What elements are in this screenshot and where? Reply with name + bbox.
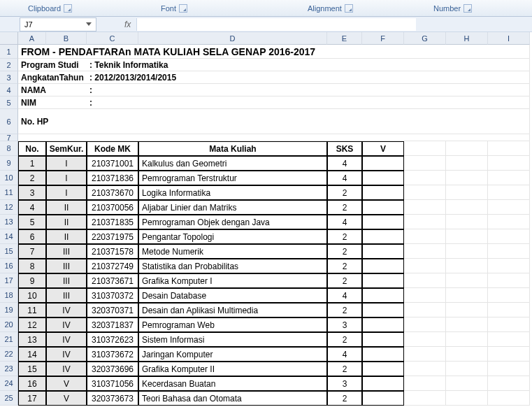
cell[interactable] <box>446 273 488 288</box>
cell[interactable] <box>404 215 446 229</box>
cell-kode[interactable]: 210371578 <box>87 244 138 259</box>
cell-sem[interactable]: I <box>46 185 87 200</box>
cell-no[interactable]: 3 <box>18 185 46 200</box>
cell-sem[interactable]: III <box>46 244 87 259</box>
cell-v[interactable] <box>362 347 404 362</box>
cell-sem[interactable]: I <box>46 171 87 185</box>
cell[interactable] <box>404 141 446 156</box>
cell-mk[interactable]: Grafika Komputer II <box>138 362 327 376</box>
fx-icon[interactable]: fx <box>124 20 131 29</box>
cell[interactable] <box>446 229 488 244</box>
cell-kode[interactable]: 210373670 <box>87 185 138 200</box>
value[interactable]: : 2012/2013/2014/2015 <box>87 71 530 84</box>
cell-no[interactable]: 5 <box>18 215 46 229</box>
cell[interactable] <box>404 362 446 376</box>
row-header[interactable]: 7 <box>0 134 18 141</box>
cell-sem[interactable]: I <box>46 156 87 171</box>
cell[interactable] <box>404 171 446 185</box>
label[interactable]: AngkatanTahun <box>18 71 87 84</box>
cell-v[interactable] <box>362 391 404 406</box>
cell[interactable] <box>446 288 488 303</box>
cell-no[interactable]: 4 <box>18 200 46 215</box>
row-header[interactable]: 23 <box>0 362 18 376</box>
cell[interactable] <box>488 156 530 171</box>
cell[interactable] <box>446 347 488 362</box>
row-header[interactable]: 2 <box>0 59 18 71</box>
cell-sks[interactable]: 4 <box>327 347 362 362</box>
cell-kode[interactable]: 310372623 <box>87 332 138 347</box>
cell-v[interactable] <box>362 244 404 259</box>
cell[interactable] <box>488 332 530 347</box>
cell[interactable] <box>18 134 530 141</box>
cell[interactable] <box>488 347 530 362</box>
cell-sem[interactable]: IV <box>46 317 87 332</box>
row-header[interactable]: 4 <box>0 84 18 97</box>
cell[interactable] <box>488 185 530 200</box>
col-header[interactable]: D <box>138 32 327 45</box>
row-header[interactable]: 9 <box>0 156 18 171</box>
cell-kode[interactable]: 210370056 <box>87 200 138 215</box>
cell-no[interactable]: 17 <box>18 391 46 406</box>
row-header[interactable]: 17 <box>0 273 18 288</box>
row-header[interactable]: 14 <box>0 229 18 244</box>
cell-sem[interactable]: IV <box>46 362 87 376</box>
cell[interactable] <box>488 229 530 244</box>
cell-sem[interactable]: IV <box>46 332 87 347</box>
cell[interactable] <box>446 376 488 391</box>
cell-kode[interactable]: 220371975 <box>87 229 138 244</box>
dialog-launcher-icon[interactable] <box>179 4 187 13</box>
cell-no[interactable]: 14 <box>18 347 46 362</box>
cell[interactable] <box>404 288 446 303</box>
cell[interactable] <box>404 229 446 244</box>
cell-mk[interactable]: Teori Bahasa dan Otomata <box>138 391 327 406</box>
cell[interactable] <box>404 391 446 406</box>
ribbon-group-clipboard[interactable]: Clipboard <box>28 4 72 13</box>
row-header[interactable]: 20 <box>0 317 18 332</box>
cell-no[interactable]: 12 <box>18 317 46 332</box>
row-header[interactable]: 3 <box>0 71 18 84</box>
th-v[interactable]: V <box>362 141 404 156</box>
cell-v[interactable] <box>362 171 404 185</box>
cell-sem[interactable]: III <box>46 259 87 273</box>
label[interactable]: No. HP <box>18 109 87 134</box>
cell-v[interactable] <box>362 288 404 303</box>
cell[interactable] <box>404 332 446 347</box>
row-header[interactable]: 21 <box>0 332 18 347</box>
cell[interactable] <box>488 215 530 229</box>
cell[interactable] <box>446 244 488 259</box>
cell-no[interactable]: 10 <box>18 288 46 303</box>
cell[interactable] <box>446 332 488 347</box>
cell[interactable] <box>446 259 488 273</box>
cell-mk[interactable]: Kecerdasan Buatan <box>138 376 327 391</box>
cell-kode[interactable]: 210371001 <box>87 156 138 171</box>
th-sks[interactable]: SKS <box>327 141 362 156</box>
cell[interactable] <box>446 141 488 156</box>
cell-sks[interactable]: 2 <box>327 259 362 273</box>
cell-sks[interactable]: 2 <box>327 200 362 215</box>
row-header[interactable]: 22 <box>0 347 18 362</box>
value[interactable]: : <box>87 84 530 97</box>
cell[interactable] <box>404 303 446 317</box>
cell-mk[interactable]: Jaringan Komputer <box>138 347 327 362</box>
cell-no[interactable]: 2 <box>18 171 46 185</box>
cell-sks[interactable]: 2 <box>327 244 362 259</box>
dialog-launcher-icon[interactable] <box>64 4 72 13</box>
cell-mk[interactable]: Kalkulus dan Geometri <box>138 156 327 171</box>
cell-sem[interactable]: IV <box>46 347 87 362</box>
cell-sks[interactable]: 3 <box>327 376 362 391</box>
cell-v[interactable] <box>362 303 404 317</box>
cell[interactable] <box>488 273 530 288</box>
select-all-corner[interactable] <box>0 32 18 45</box>
cell[interactable] <box>488 391 530 406</box>
cell-kode[interactable]: 320373673 <box>87 391 138 406</box>
col-header[interactable]: A <box>18 32 46 45</box>
cell-v[interactable] <box>362 362 404 376</box>
cell[interactable] <box>404 273 446 288</box>
cell[interactable] <box>404 156 446 171</box>
cell-mk[interactable]: Desain dan Aplikasi Multimedia <box>138 303 327 317</box>
cell-no[interactable]: 11 <box>18 303 46 317</box>
cell[interactable] <box>404 185 446 200</box>
cell-v[interactable] <box>362 229 404 244</box>
cell-v[interactable] <box>362 273 404 288</box>
th-mk[interactable]: Mata Kuliah <box>138 141 327 156</box>
